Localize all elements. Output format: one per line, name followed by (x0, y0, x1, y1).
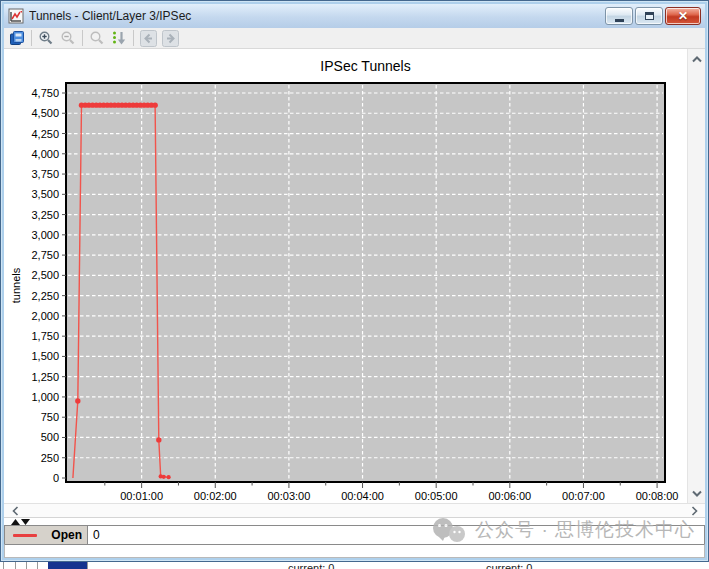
zoom-out-button[interactable] (58, 29, 78, 47)
selected-table-cell (48, 562, 87, 569)
vertical-scrollbar[interactable] (687, 49, 705, 503)
legend-row[interactable]: Open 0 (4, 525, 705, 544)
svg-text:1,000: 1,000 (31, 391, 59, 403)
zoom-in-button[interactable] (36, 29, 56, 47)
minimize-button[interactable] (605, 7, 633, 25)
svg-text:00:03:00: 00:03:00 (267, 490, 310, 502)
window-title: Tunnels - Client/Layer 3/IPSec (29, 9, 605, 23)
maximize-button[interactable] (635, 7, 663, 25)
svg-text:2,500: 2,500 (31, 269, 59, 281)
scroll-left-icon[interactable] (9, 505, 21, 517)
legend-splitter[interactable] (4, 518, 705, 525)
svg-text:750: 750 (41, 411, 59, 423)
svg-text:500: 500 (41, 431, 59, 443)
zoom-select-icon (89, 30, 105, 46)
svg-text:00:07:00: 00:07:00 (562, 490, 605, 502)
save-report-icon (9, 30, 25, 46)
background-current-label: current: 0 (288, 562, 334, 569)
svg-text:2,000: 2,000 (31, 310, 59, 322)
table-grid-line (3, 562, 4, 569)
svg-text:tunnels: tunnels (10, 267, 22, 303)
splitter-up-icon[interactable] (11, 519, 20, 525)
chart-window-icon (8, 8, 24, 24)
series-name-label: Open (51, 528, 82, 542)
svg-text:0: 0 (53, 472, 59, 484)
svg-text:00:06:00: 00:06:00 (488, 490, 531, 502)
scroll-right-icon[interactable] (688, 505, 700, 517)
back-icon (140, 30, 157, 47)
svg-text:00:08:00: 00:08:00 (636, 490, 679, 502)
maximize-icon (645, 12, 654, 20)
sort-descending-button[interactable] (109, 29, 129, 47)
table-grid-line (37, 562, 38, 569)
svg-text:00:04:00: 00:04:00 (341, 490, 384, 502)
toolbar-separator (133, 30, 134, 46)
legend-empty-row (4, 544, 705, 558)
tunnels-window: Tunnels - Client/Layer 3/IPSec ✕ (0, 0, 709, 562)
minimize-icon (615, 19, 624, 22)
titlebar[interactable]: Tunnels - Client/Layer 3/IPSec ✕ (4, 4, 705, 28)
legend-key-cell[interactable]: Open (5, 526, 88, 544)
series-color-sample (13, 534, 37, 537)
toolbar-separator (31, 30, 32, 46)
svg-text:1,750: 1,750 (31, 330, 59, 342)
svg-text:1,250: 1,250 (31, 371, 59, 383)
forward-icon (162, 30, 179, 47)
splitter-down-icon[interactable] (21, 519, 30, 525)
back-button[interactable] (138, 29, 158, 47)
svg-text:1,500: 1,500 (31, 350, 59, 362)
table-grid-line (26, 562, 27, 569)
horizontal-scrollbar[interactable] (4, 503, 705, 518)
forward-button[interactable] (160, 29, 180, 47)
svg-text:IPSec Tunnels: IPSec Tunnels (320, 58, 410, 74)
svg-text:00:02:00: 00:02:00 (194, 490, 237, 502)
close-icon: ✕ (678, 10, 688, 22)
zoom-select-button[interactable] (87, 29, 107, 47)
svg-text:3,000: 3,000 (31, 229, 59, 241)
svg-text:4,500: 4,500 (31, 107, 59, 119)
svg-text:2,250: 2,250 (31, 290, 59, 302)
svg-text:3,500: 3,500 (31, 188, 59, 200)
scroll-down-icon[interactable] (691, 487, 703, 499)
sort-descending-icon (111, 30, 127, 46)
svg-text:2,750: 2,750 (31, 249, 59, 261)
svg-text:00:01:00: 00:01:00 (120, 490, 163, 502)
svg-text:3,250: 3,250 (31, 209, 59, 221)
background-app-strip: current: 0 current: 0 (0, 562, 709, 569)
series-current-value[interactable]: 0 (88, 526, 704, 544)
toolbar-separator (82, 30, 83, 46)
toolbar (4, 28, 705, 49)
svg-text:00:05:00: 00:05:00 (415, 490, 458, 502)
zoom-in-icon (38, 30, 54, 46)
svg-text:4,250: 4,250 (31, 128, 59, 140)
table-grid-line (87, 562, 88, 569)
chart-client-area: IPSec Tunnels02505007501,0001,2501,5001,… (4, 49, 705, 558)
ipsec-tunnels-plot[interactable]: IPSec Tunnels02505007501,0001,2501,5001,… (4, 49, 687, 503)
svg-text:250: 250 (41, 452, 59, 464)
zoom-out-icon (60, 30, 76, 46)
tunnels-chart[interactable]: IPSec Tunnels02505007501,0001,2501,5001,… (4, 49, 687, 503)
close-button[interactable]: ✕ (665, 7, 701, 25)
scroll-up-icon[interactable] (691, 53, 703, 65)
svg-text:4,000: 4,000 (31, 148, 59, 160)
table-grid-line (15, 562, 16, 569)
svg-text:4,750: 4,750 (31, 87, 59, 99)
save-report-button[interactable] (7, 29, 27, 47)
background-current-label: current: 0 (486, 562, 532, 569)
svg-text:3,750: 3,750 (31, 168, 59, 180)
